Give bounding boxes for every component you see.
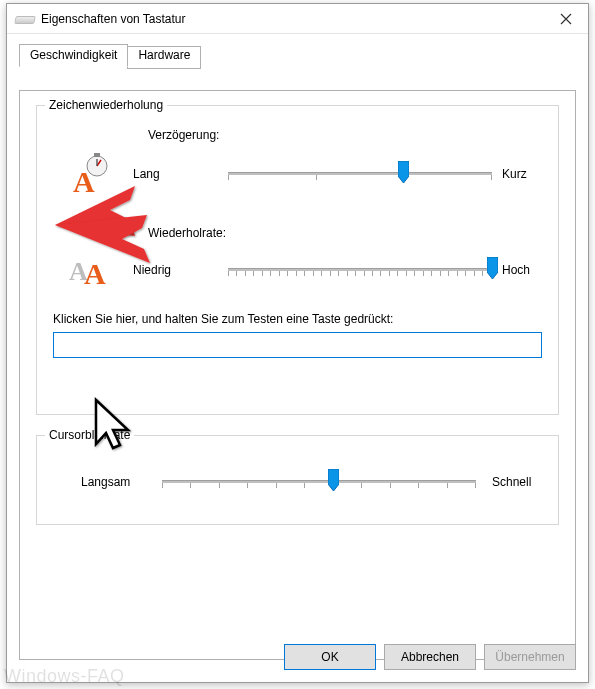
- delay-slider[interactable]: [228, 162, 492, 186]
- rate-slider[interactable]: [228, 258, 492, 282]
- close-icon: [560, 13, 572, 25]
- group-character-repeat: Zeichenwiederholung Verzögerung: A Lang: [36, 105, 559, 415]
- cancel-button[interactable]: Abbrechen: [384, 644, 476, 670]
- rate-min-label: Niedrig: [133, 263, 228, 277]
- dialog-button-row: OK Abbrechen Übernehmen: [284, 644, 576, 670]
- blink-slider-thumb[interactable]: [328, 469, 339, 491]
- delay-slider-thumb[interactable]: [398, 161, 409, 183]
- svg-text:A: A: [84, 257, 106, 290]
- stopwatch-a-icon: A: [67, 152, 119, 196]
- ok-button[interactable]: OK: [284, 644, 376, 670]
- tab-hardware[interactable]: Hardware: [127, 46, 201, 69]
- window-title: Eigenschaften von Tastatur: [41, 12, 543, 26]
- keyboard-icon: [15, 13, 33, 25]
- apply-button: Übernehmen: [484, 644, 576, 670]
- dialog-window: Eigenschaften von Tastatur Geschwindigke…: [6, 3, 589, 683]
- blink-min-label: Langsam: [81, 475, 156, 489]
- svg-text:A: A: [73, 165, 95, 196]
- svg-rect-1: [94, 153, 100, 157]
- group-title-blink: Cursorblinkrate: [45, 428, 134, 442]
- group-title-repeat: Zeichenwiederholung: [45, 98, 167, 112]
- double-a-icon: A A: [67, 250, 119, 290]
- tab-page-speed: Zeichenwiederholung Verzögerung: A Lang: [19, 90, 576, 660]
- tab-speed[interactable]: Geschwindigkeit: [19, 44, 128, 67]
- watermark-text: Windows-FAQ: [4, 666, 125, 687]
- repeat-test-input[interactable]: [53, 332, 542, 358]
- rate-label: Wiederholrate:: [148, 226, 542, 240]
- delay-min-label: Lang: [133, 167, 228, 181]
- tab-strip: Geschwindigkeit Hardware: [19, 44, 200, 67]
- close-button[interactable]: [543, 4, 588, 33]
- titlebar: Eigenschaften von Tastatur: [7, 4, 588, 34]
- rate-max-label: Hoch: [492, 263, 542, 277]
- delay-max-label: Kurz: [492, 167, 542, 181]
- rate-slider-thumb[interactable]: [487, 257, 498, 279]
- blink-slider[interactable]: [162, 470, 476, 494]
- delay-label: Verzögerung:: [148, 128, 542, 142]
- test-label: Klicken Sie hier, und halten Sie zum Tes…: [53, 312, 542, 326]
- blink-max-label: Schnell: [482, 475, 542, 489]
- group-cursor-blink: Cursorblinkrate Langsam Schnell: [36, 435, 559, 525]
